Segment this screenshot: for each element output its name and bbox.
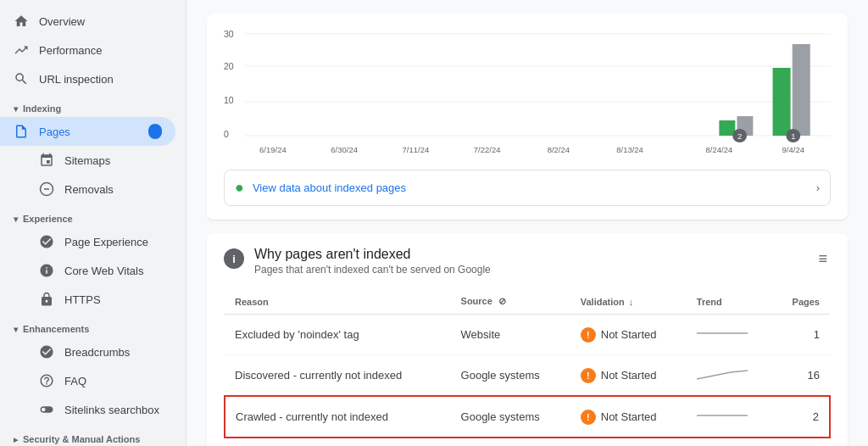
sidebar-sitemaps-label: Sitemaps [64, 154, 110, 167]
row2-trend [687, 355, 772, 397]
sidebar-item-sitemaps[interactable]: Sitemaps [0, 146, 175, 175]
svg-text:8/24/24: 8/24/24 [706, 146, 733, 154]
row2-validation: ! Not Started [570, 355, 687, 397]
row3-validation: ! Not Started [570, 396, 687, 438]
removals-icon [39, 181, 54, 197]
svg-text:6/19/24: 6/19/24 [259, 146, 287, 154]
svg-text:9/4/24: 9/4/24 [782, 146, 804, 154]
row1-trend [687, 315, 772, 355]
help-icon: ⊘ [498, 296, 506, 306]
col-trend: Trend [687, 289, 772, 315]
view-data-row[interactable]: ● View data about indexed pages › [224, 170, 831, 206]
sidebar-item-pages[interactable]: Pages [0, 117, 175, 146]
chevron-icon: ▾ [14, 104, 18, 114]
faq-icon [39, 373, 54, 388]
sidebar-breadcrumbs-label: Breadcrumbs [64, 346, 130, 359]
active-badge [148, 124, 162, 139]
core-web-vitals-icon [39, 263, 54, 278]
row2-pages: 16 [772, 355, 830, 397]
col-source: Source ⊘ [451, 289, 570, 315]
chart-card: 30 20 10 0 [207, 14, 848, 220]
status-badge: ! Not Started [581, 368, 676, 383]
search-icon [14, 71, 29, 86]
svg-text:20: 20 [224, 62, 234, 71]
col-reason: Reason [225, 289, 451, 315]
sidebar-sitelinks-label: Sitelinks searchbox [64, 404, 159, 416]
sidebar-item-page-experience[interactable]: Page Experience [0, 227, 175, 256]
view-data-left: ● View data about indexed pages [235, 179, 406, 197]
sitelinks-icon [39, 402, 54, 417]
table-header: Reason Source ⊘ Validation ↓ Trend Pages [225, 289, 830, 315]
section-title-block: i Why pages aren't indexed Pages that ar… [224, 247, 491, 276]
status-icon: ! [581, 368, 596, 383]
sidebar-removals-label: Removals [64, 183, 114, 196]
row1-pages: 1 [772, 315, 830, 355]
section-title-text: Why pages aren't indexed Pages that aren… [254, 247, 491, 276]
sitemaps-icon [39, 153, 54, 168]
table-footer: Rows per page 10 25 50 1-3 of 3 ‹ › [224, 438, 831, 446]
filter-icon[interactable]: ≡ [815, 247, 831, 271]
sidebar-https-label: HTTPS [64, 293, 101, 306]
row2-reason: Discovered - currently not indexed [225, 355, 451, 397]
chevron-icon-3: ▾ [14, 325, 18, 334]
row3-trend [687, 396, 772, 438]
trend-chart-3 [697, 405, 748, 426]
enhancements-section-label: ▾ Enhancements [0, 314, 186, 337]
row3-pages: 2 [772, 396, 830, 438]
section-header: i Why pages aren't indexed Pages that ar… [224, 247, 831, 276]
chevron-icon-4: ▸ [14, 435, 18, 444]
row1-source: Website [451, 315, 570, 355]
status-badge: ! Not Started [581, 327, 676, 343]
row3-source: Google systems [451, 396, 570, 438]
svg-text:7/22/24: 7/22/24 [474, 146, 501, 154]
sidebar-faq-label: FAQ [64, 375, 86, 387]
security-section-label: ▸ Security & Manual Actions [0, 424, 186, 446]
sidebar: Overview Performance URL inspection ▾ In… [0, 0, 186, 446]
bar-chart: 30 20 10 0 [224, 27, 831, 163]
check-circle-icon: ● [235, 179, 244, 197]
trend-chart-1 [697, 323, 748, 343]
sidebar-item-core-web-vitals[interactable]: Core Web Vitals [0, 256, 175, 285]
svg-text:8/13/24: 8/13/24 [616, 146, 643, 154]
table-row[interactable]: Excluded by 'noindex' tag Website ! Not … [225, 315, 830, 355]
chevron-right-icon: › [816, 181, 820, 194]
sidebar-item-sitelinks[interactable]: Sitelinks searchbox [0, 395, 175, 424]
sidebar-item-https[interactable]: HTTPS [0, 285, 175, 314]
sidebar-item-faq[interactable]: FAQ [0, 366, 175, 395]
row1-reason: Excluded by 'noindex' tag [225, 315, 451, 355]
section-title: Why pages aren't indexed [254, 247, 491, 262]
info-icon: i [224, 248, 244, 269]
svg-rect-13 [793, 44, 810, 136]
sidebar-performance-label: Performance [39, 44, 102, 57]
svg-text:7/11/24: 7/11/24 [403, 146, 430, 154]
row2-source: Google systems [451, 355, 570, 397]
sidebar-item-overview[interactable]: Overview [0, 7, 175, 36]
sidebar-item-performance[interactable]: Performance [0, 36, 175, 64]
svg-text:6/30/24: 6/30/24 [331, 146, 358, 154]
status-icon: ! [581, 410, 596, 425]
trend-chart-2 [697, 364, 748, 384]
row1-validation: ! Not Started [570, 315, 687, 355]
table-row[interactable]: Discovered - currently not indexed Googl… [225, 355, 830, 397]
sidebar-item-removals[interactable]: Removals [0, 175, 175, 203]
svg-rect-12 [773, 68, 791, 136]
not-indexed-table: Reason Source ⊘ Validation ↓ Trend Pages [224, 289, 831, 438]
indexing-section-label: ▾ Indexing [0, 93, 186, 117]
table-row-highlighted[interactable]: Crawled - currently not indexed Google s… [225, 396, 830, 438]
breadcrumbs-icon [39, 344, 54, 360]
status-badge: ! Not Started [581, 410, 676, 425]
sidebar-item-breadcrumbs[interactable]: Breadcrumbs [0, 337, 175, 366]
sidebar-url-inspection-label: URL inspection [39, 73, 114, 86]
svg-text:10: 10 [224, 96, 234, 105]
svg-text:0: 0 [224, 130, 229, 139]
sidebar-item-url-inspection[interactable]: URL inspection [0, 64, 175, 93]
page-experience-icon [39, 234, 54, 249]
why-not-indexed-card: i Why pages aren't indexed Pages that ar… [207, 233, 848, 446]
col-pages: Pages [772, 289, 830, 315]
svg-text:2: 2 [737, 132, 742, 141]
chart-area: 30 20 10 0 [224, 27, 831, 163]
col-validation: Validation ↓ [570, 289, 687, 315]
sort-icon: ↓ [629, 297, 634, 307]
https-icon [39, 292, 54, 307]
view-data-label: View data about indexed pages [253, 181, 406, 194]
